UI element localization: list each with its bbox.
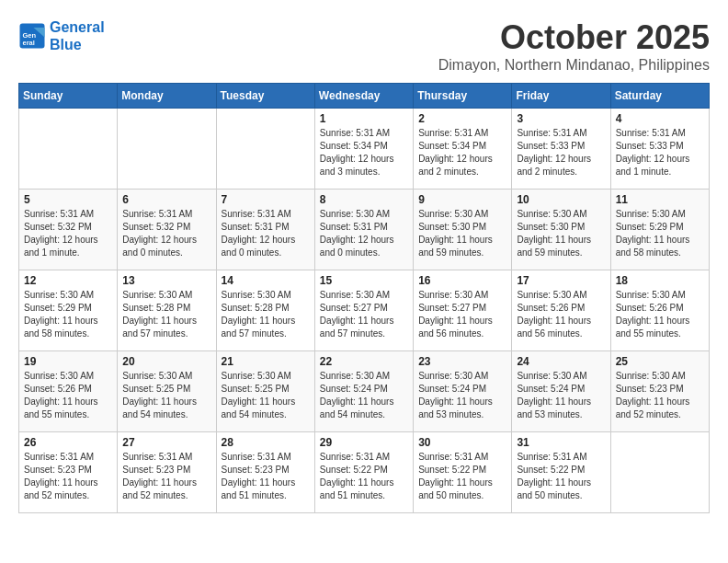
calendar-cell: 21Sunrise: 5:30 AM Sunset: 5:25 PM Dayli… (216, 351, 314, 432)
calendar-cell: 26Sunrise: 5:31 AM Sunset: 5:23 PM Dayli… (19, 432, 118, 513)
calendar-cell: 13Sunrise: 5:30 AM Sunset: 5:28 PM Dayli… (118, 270, 216, 351)
day-info: Sunrise: 5:31 AM Sunset: 5:22 PM Dayligh… (517, 451, 605, 502)
day-info: Sunrise: 5:30 AM Sunset: 5:24 PM Dayligh… (517, 370, 605, 421)
day-number: 28 (222, 436, 310, 449)
day-number: 11 (616, 193, 704, 206)
day-info: Sunrise: 5:31 AM Sunset: 5:23 PM Dayligh… (222, 451, 310, 502)
calendar-cell: 4Sunrise: 5:31 AM Sunset: 5:33 PM Daylig… (610, 109, 709, 190)
day-info: Sunrise: 5:30 AM Sunset: 5:24 PM Dayligh… (320, 370, 408, 421)
logo-icon: Gen eral (18, 22, 46, 50)
day-number: 14 (222, 274, 310, 287)
calendar-week-2: 5Sunrise: 5:31 AM Sunset: 5:32 PM Daylig… (19, 190, 710, 270)
calendar-cell: 25Sunrise: 5:30 AM Sunset: 5:23 PM Dayli… (610, 351, 709, 432)
calendar-cell: 30Sunrise: 5:31 AM Sunset: 5:22 PM Dayli… (414, 432, 512, 513)
day-number: 21 (222, 355, 310, 368)
day-info: Sunrise: 5:30 AM Sunset: 5:30 PM Dayligh… (418, 208, 506, 259)
day-info: Sunrise: 5:31 AM Sunset: 5:34 PM Dayligh… (320, 127, 408, 178)
weekday-header-friday: Friday (512, 84, 610, 109)
calendar-cell: 8Sunrise: 5:30 AM Sunset: 5:31 PM Daylig… (314, 190, 413, 270)
calendar-cell: 15Sunrise: 5:30 AM Sunset: 5:27 PM Dayli… (314, 270, 413, 351)
calendar-cell: 1Sunrise: 5:31 AM Sunset: 5:34 PM Daylig… (314, 109, 413, 190)
day-number: 4 (616, 112, 704, 125)
day-number: 3 (517, 112, 605, 125)
calendar-cell: 7Sunrise: 5:31 AM Sunset: 5:31 PM Daylig… (216, 190, 314, 270)
calendar-cell: 22Sunrise: 5:30 AM Sunset: 5:24 PM Dayli… (314, 351, 413, 432)
calendar-cell: 9Sunrise: 5:30 AM Sunset: 5:30 PM Daylig… (414, 190, 512, 270)
calendar-cell: 20Sunrise: 5:30 AM Sunset: 5:25 PM Dayli… (118, 351, 216, 432)
day-number: 15 (320, 274, 408, 287)
logo-text: General Blue (50, 18, 105, 53)
day-info: Sunrise: 5:31 AM Sunset: 5:33 PM Dayligh… (517, 127, 605, 178)
day-number: 8 (320, 193, 408, 206)
day-info: Sunrise: 5:31 AM Sunset: 5:31 PM Dayligh… (222, 208, 310, 259)
calendar-cell: 12Sunrise: 5:30 AM Sunset: 5:29 PM Dayli… (19, 270, 118, 351)
day-number: 31 (517, 436, 605, 449)
day-info: Sunrise: 5:30 AM Sunset: 5:31 PM Dayligh… (320, 208, 408, 259)
day-info: Sunrise: 5:30 AM Sunset: 5:26 PM Dayligh… (24, 370, 112, 421)
logo-line1: General (50, 19, 105, 35)
calendar-cell (610, 432, 709, 513)
page-title: October 2025 (438, 18, 710, 57)
logo: Gen eral General Blue (18, 18, 105, 53)
day-info: Sunrise: 5:31 AM Sunset: 5:22 PM Dayligh… (418, 451, 506, 502)
day-number: 30 (418, 436, 506, 449)
day-info: Sunrise: 5:31 AM Sunset: 5:23 PM Dayligh… (24, 451, 112, 502)
day-info: Sunrise: 5:31 AM Sunset: 5:34 PM Dayligh… (418, 127, 506, 178)
day-info: Sunrise: 5:30 AM Sunset: 5:28 PM Dayligh… (122, 289, 210, 340)
day-info: Sunrise: 5:31 AM Sunset: 5:33 PM Dayligh… (616, 127, 704, 178)
calendar-cell: 31Sunrise: 5:31 AM Sunset: 5:22 PM Dayli… (512, 432, 610, 513)
day-info: Sunrise: 5:30 AM Sunset: 5:28 PM Dayligh… (222, 289, 310, 340)
day-number: 25 (616, 355, 704, 368)
day-info: Sunrise: 5:30 AM Sunset: 5:24 PM Dayligh… (418, 370, 506, 421)
calendar-cell: 28Sunrise: 5:31 AM Sunset: 5:23 PM Dayli… (216, 432, 314, 513)
day-number: 13 (122, 274, 210, 287)
calendar-cell: 11Sunrise: 5:30 AM Sunset: 5:29 PM Dayli… (610, 190, 709, 270)
svg-text:eral: eral (23, 39, 35, 47)
page-subtitle: Dimayon, Northern Mindanao, Philippines (438, 57, 710, 74)
calendar-cell: 23Sunrise: 5:30 AM Sunset: 5:24 PM Dayli… (414, 351, 512, 432)
day-number: 23 (418, 355, 506, 368)
day-info: Sunrise: 5:30 AM Sunset: 5:25 PM Dayligh… (222, 370, 310, 421)
calendar-week-3: 12Sunrise: 5:30 AM Sunset: 5:29 PM Dayli… (19, 270, 710, 351)
day-number: 27 (122, 436, 210, 449)
calendar-cell: 18Sunrise: 5:30 AM Sunset: 5:26 PM Dayli… (610, 270, 709, 351)
day-number: 1 (320, 112, 408, 125)
calendar-cell: 19Sunrise: 5:30 AM Sunset: 5:26 PM Dayli… (19, 351, 118, 432)
calendar-cell: 2Sunrise: 5:31 AM Sunset: 5:34 PM Daylig… (414, 109, 512, 190)
calendar-cell: 17Sunrise: 5:30 AM Sunset: 5:26 PM Dayli… (512, 270, 610, 351)
day-info: Sunrise: 5:30 AM Sunset: 5:23 PM Dayligh… (616, 370, 704, 421)
calendar-cell: 16Sunrise: 5:30 AM Sunset: 5:27 PM Dayli… (414, 270, 512, 351)
calendar-cell: 5Sunrise: 5:31 AM Sunset: 5:32 PM Daylig… (19, 190, 118, 270)
day-info: Sunrise: 5:30 AM Sunset: 5:26 PM Dayligh… (616, 289, 704, 340)
weekday-header-saturday: Saturday (610, 84, 709, 109)
day-info: Sunrise: 5:31 AM Sunset: 5:32 PM Dayligh… (122, 208, 210, 259)
day-number: 17 (517, 274, 605, 287)
calendar-cell: 10Sunrise: 5:30 AM Sunset: 5:30 PM Dayli… (512, 190, 610, 270)
calendar-cell (118, 109, 216, 190)
day-info: Sunrise: 5:30 AM Sunset: 5:29 PM Dayligh… (24, 289, 112, 340)
day-info: Sunrise: 5:30 AM Sunset: 5:29 PM Dayligh… (616, 208, 704, 259)
day-number: 24 (517, 355, 605, 368)
day-number: 10 (517, 193, 605, 206)
weekday-header-thursday: Thursday (414, 84, 512, 109)
day-info: Sunrise: 5:30 AM Sunset: 5:27 PM Dayligh… (320, 289, 408, 340)
day-number: 2 (418, 112, 506, 125)
weekday-header-tuesday: Tuesday (216, 84, 314, 109)
weekday-header-wednesday: Wednesday (314, 84, 413, 109)
weekday-header-monday: Monday (118, 84, 216, 109)
calendar-cell: 3Sunrise: 5:31 AM Sunset: 5:33 PM Daylig… (512, 109, 610, 190)
day-number: 18 (616, 274, 704, 287)
day-number: 20 (122, 355, 210, 368)
calendar: SundayMondayTuesdayWednesdayThursdayFrid… (18, 83, 710, 513)
day-number: 19 (24, 355, 112, 368)
day-info: Sunrise: 5:30 AM Sunset: 5:25 PM Dayligh… (122, 370, 210, 421)
day-number: 29 (320, 436, 408, 449)
calendar-cell: 6Sunrise: 5:31 AM Sunset: 5:32 PM Daylig… (118, 190, 216, 270)
day-info: Sunrise: 5:30 AM Sunset: 5:26 PM Dayligh… (517, 289, 605, 340)
day-number: 26 (24, 436, 112, 449)
title-block: October 2025 Dimayon, Northern Mindanao,… (438, 18, 710, 74)
calendar-cell: 24Sunrise: 5:30 AM Sunset: 5:24 PM Dayli… (512, 351, 610, 432)
day-number: 6 (122, 193, 210, 206)
day-number: 7 (222, 193, 310, 206)
day-info: Sunrise: 5:31 AM Sunset: 5:23 PM Dayligh… (122, 451, 210, 502)
